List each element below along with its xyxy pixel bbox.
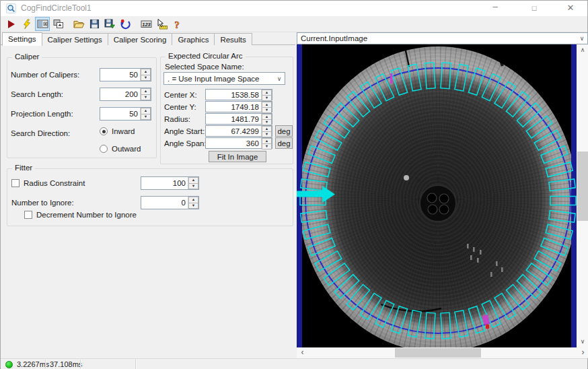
- image-panes-icon[interactable]: [35, 17, 50, 31]
- angle-span-spinner[interactable]: 360 ▲▼: [205, 137, 272, 149]
- angle-span-deg-button[interactable]: deg: [275, 137, 293, 149]
- image-display[interactable]: [297, 44, 577, 347]
- spin-down-icon[interactable]: ▼: [188, 183, 198, 190]
- measure-pointer-icon[interactable]: [154, 17, 169, 31]
- status-separator: [135, 360, 137, 369]
- status-led-icon: [5, 361, 13, 368]
- tab-caliper-settings[interactable]: Caliper Settings: [42, 33, 108, 46]
- spin-down-icon[interactable]: ▼: [262, 107, 272, 113]
- decrement-ignore-label: Decrement Number to Ignore: [36, 211, 137, 219]
- center-x-label: Center X:: [164, 91, 197, 99]
- angle-start-deg-button[interactable]: deg: [275, 125, 293, 137]
- vertical-scrollbar[interactable]: ∧ ∨: [577, 44, 588, 347]
- center-x-spinner[interactable]: 1538.58 ▲▼: [205, 89, 272, 100]
- svg-text:?: ?: [174, 19, 179, 30]
- close-button[interactable]: ✕: [559, 1, 582, 15]
- settings-tab-page: Caliper Number of Calipers: 50 ▲▼ Search…: [1, 45, 295, 358]
- scroll-up-icon[interactable]: ∧: [577, 44, 588, 56]
- scroll-right-icon[interactable]: ›: [577, 347, 588, 358]
- caliper-group-title: Caliper: [12, 53, 42, 61]
- scroll-left-icon[interactable]: ‹: [297, 347, 308, 358]
- expected-arc-group: Expected Circular Arc Selected Space Nam…: [160, 57, 293, 164]
- radio-button-icon[interactable]: [100, 127, 108, 135]
- radio-outward[interactable]: Outward: [100, 145, 141, 153]
- numeric-results-icon[interactable]: 123: [139, 17, 153, 31]
- spin-up-icon[interactable]: ▲: [188, 177, 198, 183]
- save-icon[interactable]: [87, 17, 102, 31]
- toolbar: 123 ?: [1, 16, 587, 32]
- angle-start-label: Angle Start:: [164, 127, 205, 135]
- open-file-icon[interactable]: [71, 17, 86, 31]
- radius-constraint-label: Radius Constraint: [24, 179, 85, 187]
- vertical-scrollbar-thumb[interactable]: [577, 152, 588, 221]
- scroll-down-icon[interactable]: ∨: [577, 336, 588, 347]
- fitter-group-title: Fitter: [12, 164, 35, 172]
- help-icon[interactable]: ?: [170, 17, 184, 31]
- spin-up-icon[interactable]: ▲: [141, 69, 151, 75]
- angle-start-spinner[interactable]: 67.4299 ▲▼: [205, 125, 272, 137]
- image-source-combobox[interactable]: Current.InputImage ∨: [297, 32, 588, 44]
- save-image-icon[interactable]: [102, 17, 117, 31]
- arc-group-title: Expected Circular Arc: [166, 52, 246, 60]
- search-length-spinner[interactable]: 200 ▲▼: [100, 88, 151, 101]
- center-y-spinner[interactable]: 1749.18 ▲▼: [205, 101, 272, 112]
- overlay-graphics: [297, 44, 577, 347]
- center-y-label: Center Y:: [164, 103, 196, 111]
- spin-down-icon[interactable]: ▼: [262, 119, 272, 125]
- number-to-ignore-spinner[interactable]: 0 ▲▼: [141, 196, 199, 209]
- spin-down-icon[interactable]: ▼: [262, 143, 272, 149]
- fit-in-image-button[interactable]: Fit In Image: [209, 151, 266, 162]
- space-name-combobox[interactable]: . = Use Input Image Space ∨: [163, 72, 285, 85]
- spin-up-icon[interactable]: ▲: [262, 126, 272, 131]
- radio-button-icon[interactable]: [100, 145, 108, 153]
- spin-up-icon[interactable]: ▲: [262, 114, 272, 119]
- spin-down-icon[interactable]: ▼: [262, 131, 272, 137]
- radius-constraint-spinner[interactable]: 100 ▲▼: [141, 176, 199, 190]
- maximize-button[interactable]: □: [523, 1, 546, 15]
- reset-icon[interactable]: [118, 17, 133, 31]
- spin-up-icon[interactable]: ▲: [262, 90, 272, 95]
- horizontal-scrollbar-thumb[interactable]: [395, 348, 481, 358]
- decrement-ignore-checkbox[interactable]: [24, 211, 32, 219]
- svg-text:123: 123: [142, 22, 151, 28]
- spin-up-icon[interactable]: ▲: [141, 108, 151, 114]
- radio-inward[interactable]: Inward: [100, 127, 135, 135]
- space-name-value: . = Use Input Image Space: [164, 75, 274, 83]
- radius-constraint-checkbox[interactable]: [11, 179, 20, 187]
- tab-settings[interactable]: Settings: [2, 32, 42, 46]
- chevron-down-icon[interactable]: ∨: [577, 35, 587, 42]
- spin-down-icon[interactable]: ▼: [262, 95, 272, 101]
- spin-up-icon[interactable]: ▲: [188, 197, 198, 203]
- run-icon[interactable]: [4, 17, 19, 31]
- radio-outward-label: Outward: [112, 145, 141, 153]
- fitter-group: Fitter Radius Constraint 100 ▲▼ Number t…: [7, 168, 293, 226]
- chevron-down-icon[interactable]: ∨: [274, 75, 285, 82]
- tab-results[interactable]: Results: [214, 33, 252, 46]
- spin-up-icon[interactable]: ▲: [141, 88, 151, 94]
- radius-spinner[interactable]: 1481.79 ▲▼: [205, 113, 272, 125]
- minimize-button[interactable]: –: [484, 1, 507, 15]
- spin-down-icon[interactable]: ▼: [141, 75, 151, 81]
- horizontal-scrollbar[interactable]: ‹ ›: [297, 347, 588, 358]
- status-separator: [45, 360, 46, 369]
- lightning-run-icon[interactable]: [20, 17, 34, 31]
- projection-length-spinner[interactable]: 50 ▲▼: [100, 107, 151, 121]
- tab-caliper-scoring[interactable]: Caliper Scoring: [108, 33, 173, 46]
- spin-down-icon[interactable]: ▼: [141, 94, 151, 101]
- search-direction-label: Search Direction:: [11, 129, 70, 137]
- title-bar: CogFindCircleTool1 – □ ✕: [1, 1, 587, 17]
- projection-length-label: Projection Length:: [11, 110, 73, 118]
- number-of-calipers-label: Number of Calipers:: [11, 71, 79, 79]
- spin-down-icon[interactable]: ▼: [141, 114, 151, 121]
- window-title: CogFindCircleTool1: [21, 1, 91, 16]
- spin-up-icon[interactable]: ▲: [262, 138, 272, 143]
- angle-span-label: Angle Span:: [164, 139, 207, 147]
- tab-graphics[interactable]: Graphics: [172, 33, 215, 46]
- cog-find-circle-tool-window: CogFindCircleTool1 – □ ✕: [0, 0, 588, 369]
- number-of-calipers-spinner[interactable]: 50 ▲▼: [100, 68, 151, 81]
- status-bar: 3.2267ms 37.108ms: [1, 358, 587, 369]
- spin-down-icon[interactable]: ▼: [188, 203, 198, 209]
- spin-up-icon[interactable]: ▲: [262, 102, 272, 107]
- float-pane-icon[interactable]: [50, 17, 65, 31]
- selected-space-label: Selected Space Name:: [165, 63, 244, 71]
